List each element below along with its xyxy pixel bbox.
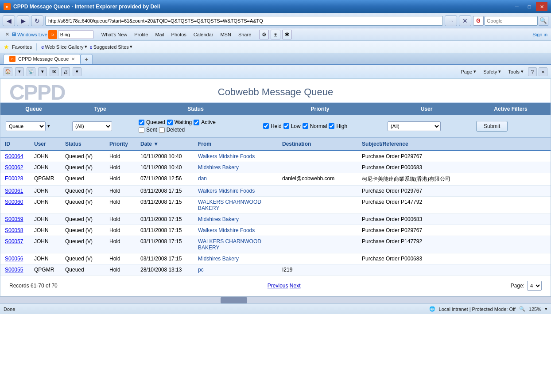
id-link[interactable]: S00061 (5, 188, 23, 194)
cell-from: dan (195, 173, 279, 185)
go-button[interactable]: → (445, 16, 457, 26)
page-dropdown[interactable]: 1 2 3 4 (527, 281, 542, 291)
cell-from: Walkers Midshire Foods (195, 186, 279, 196)
th-id[interactable]: ID (0, 138, 31, 150)
maximize-button[interactable]: □ (524, 2, 535, 11)
low-checkbox[interactable] (283, 123, 289, 129)
type-select[interactable]: (All) Email Fax (72, 121, 112, 131)
th-user[interactable]: User (31, 138, 62, 150)
help-button[interactable]: ? (528, 67, 537, 76)
page-button[interactable]: Page ▾ (458, 68, 479, 75)
table-row: E00028 QPGMR Queued Hold 07/11/2008 12:5… (0, 173, 551, 186)
waiting-checkbox[interactable] (167, 120, 173, 125)
th-destination[interactable]: Destination (279, 138, 359, 150)
home-dropdown[interactable]: ▾ (15, 67, 24, 76)
toolbar-icon-2[interactable]: ⊞ (271, 30, 280, 39)
tools-button[interactable]: Tools ▾ (505, 68, 526, 75)
high-checkbox[interactable] (329, 123, 334, 129)
search-go-button[interactable]: 🔍 (539, 16, 548, 26)
filter-controls-row: Queue All ▾ (All) Email Fax Queued Waiti… (0, 115, 551, 137)
id-link[interactable]: S00059 (5, 216, 23, 222)
refresh-button[interactable]: ↻ (31, 16, 43, 26)
sent-checkbox[interactable] (139, 127, 144, 133)
print-dropdown[interactable]: ▾ (73, 67, 81, 76)
search-input[interactable] (485, 16, 538, 26)
home-icon[interactable]: 🏠 (4, 67, 12, 76)
minimize-button[interactable]: ─ (511, 2, 523, 11)
id-link[interactable]: S00064 (5, 153, 23, 159)
waiting-label: Waiting (175, 119, 192, 125)
previous-link[interactable]: Previous (268, 283, 288, 289)
mail-icon[interactable]: ✉ (50, 67, 58, 76)
print-icon[interactable]: 🖨 (61, 67, 70, 76)
address-input[interactable] (45, 16, 443, 26)
deleted-checkbox[interactable] (159, 127, 165, 133)
feeds-dropdown[interactable]: ▾ (38, 67, 47, 76)
zoom-dropdown[interactable]: ▾ (545, 306, 547, 312)
close-button[interactable]: ✕ (536, 2, 547, 11)
id-link[interactable]: S00062 (5, 164, 23, 171)
stop-button[interactable]: ✕ (459, 16, 471, 26)
queued-checkbox[interactable] (139, 120, 144, 125)
toolbar-icon-1[interactable]: ⚙ (259, 30, 269, 39)
back-button[interactable]: ◀ (3, 16, 15, 26)
msn-link[interactable]: MSN (217, 31, 234, 38)
cell-subject: Purchase Order P000683 (359, 253, 551, 264)
fav-web-slice-gallery[interactable]: e Web Slice Gallery ▾ (41, 44, 87, 50)
submit-button[interactable]: Submit (476, 121, 508, 132)
cell-from: Walkers Midshire Foods (195, 225, 279, 236)
id-link[interactable]: S00060 (5, 199, 23, 205)
bing-input[interactable] (58, 30, 93, 39)
th-date[interactable]: Date ▼ (138, 138, 195, 150)
mail-link[interactable]: Mail (151, 31, 167, 38)
col-header-status: Status (133, 103, 258, 115)
calendar-link[interactable]: Calendar (190, 31, 217, 38)
h-scroll-thumb[interactable] (221, 297, 247, 303)
safety-button[interactable]: Safety ▾ (481, 68, 504, 75)
table-row: S00059 JOHN Queued (V) Hold 03/11/2008 1… (0, 214, 551, 225)
active-tab[interactable]: C CPPD Message Queue ✕ (4, 54, 81, 64)
status-row-2: Sent Deleted (139, 127, 252, 133)
th-from[interactable]: From (195, 138, 279, 150)
th-status[interactable]: Status (62, 138, 107, 150)
next-link[interactable]: Next (290, 283, 301, 289)
id-link[interactable]: S00057 (5, 238, 23, 245)
held-checkbox[interactable] (263, 123, 269, 129)
new-tab-button[interactable]: + (81, 54, 92, 64)
th-priority[interactable]: Priority (107, 138, 138, 150)
id-link[interactable]: E00028 (5, 175, 23, 182)
cell-status: Queued (V) (62, 197, 107, 213)
sign-in-link[interactable]: Sign in (532, 32, 547, 37)
windows-live[interactable]: ⊞ Windows Live (12, 31, 47, 37)
title-bar-left: e CPPD Message Queue - Internet Explorer… (4, 3, 160, 10)
web-slice-chevron: ▾ (85, 44, 87, 50)
cell-date: 28/10/2008 13:13 (138, 264, 195, 275)
normal-checkbox[interactable] (303, 123, 308, 129)
expand-button[interactable]: » (539, 67, 547, 76)
tab-favicon: C (9, 56, 16, 62)
fav-suggested-sites[interactable]: e Suggested Sites ▾ (90, 44, 132, 50)
share-link[interactable]: Share (235, 31, 255, 38)
tab-close-icon[interactable]: ✕ (71, 57, 75, 62)
h-scrollbar[interactable] (0, 296, 551, 303)
cell-status: Queued (V) (62, 214, 107, 225)
forward-button[interactable]: ▶ (17, 16, 29, 26)
favorites-label[interactable]: Favorites (12, 44, 32, 50)
feeds-icon[interactable]: 📡 (27, 67, 35, 76)
menu-close[interactable]: ✕ (4, 31, 11, 38)
photos-link[interactable]: Photos (168, 31, 190, 38)
whats-new-link[interactable]: What's New (98, 31, 131, 38)
cell-from: Midshires Bakery (195, 214, 279, 225)
title-bar: e CPPD Message Queue - Internet Explorer… (0, 0, 551, 13)
profile-link[interactable]: Profile (131, 31, 151, 38)
queue-select[interactable]: Queue All (6, 121, 46, 131)
active-checkbox[interactable] (194, 120, 199, 125)
id-link[interactable]: S00056 (5, 256, 23, 262)
th-subject[interactable]: Subject/Reference (359, 138, 551, 150)
cell-priority: Hold (107, 253, 138, 264)
user-select[interactable]: (All) (388, 121, 441, 131)
cell-destination: daniel@cobwebb.com (279, 173, 359, 185)
id-link[interactable]: S00055 (5, 267, 23, 273)
toolbar-icon-3[interactable]: ✱ (282, 30, 292, 39)
id-link[interactable]: S00058 (5, 227, 23, 233)
